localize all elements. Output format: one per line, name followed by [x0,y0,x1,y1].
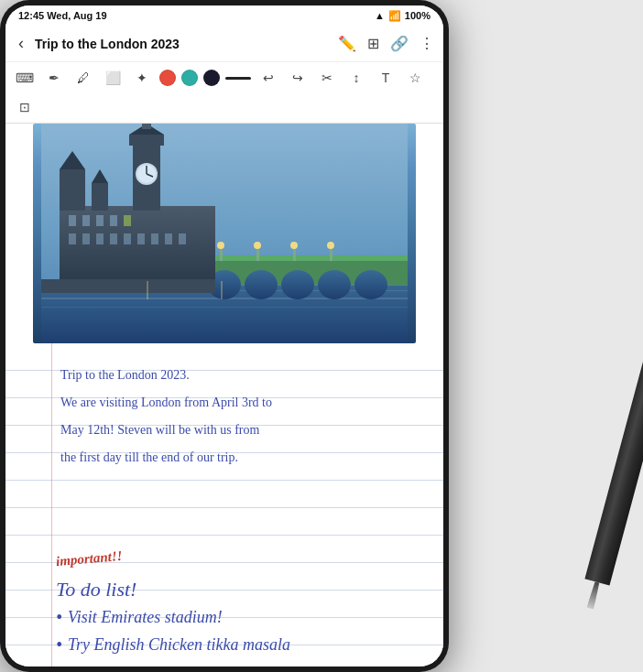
svg-rect-48 [41,279,215,293]
svg-point-20 [327,242,334,249]
svg-rect-47 [142,124,151,129]
note-line-2: We are visiting London from April 3rd to [60,389,429,417]
svg-rect-45 [129,135,164,146]
stylus-body [585,269,643,585]
todo-item-1: • Visit Emirates stadium! [56,603,429,631]
status-time: 12:45 Wed, Aug 19 [18,10,107,21]
edit-icon[interactable]: ✏️ [338,35,356,52]
svg-rect-32 [137,233,145,244]
grid-icon[interactable]: ⊞ [367,35,379,52]
svg-point-19 [290,242,298,249]
status-bar: 12:45 Wed, Aug 19 ▲ 📶 100% [5,5,443,26]
color-dark[interactable] [203,70,220,86]
svg-point-10 [318,270,351,299]
svg-point-9 [281,270,314,299]
battery-label: 100% [405,10,430,21]
tablet-screen: 12:45 Wed, Aug 19 ▲ 📶 100% ‹ Trip to the… [5,5,443,667]
svg-rect-5 [41,307,408,308]
svg-rect-23 [82,215,90,226]
svg-point-17 [217,242,224,249]
svg-rect-49 [147,281,148,299]
bullet-2: • [56,631,62,658]
handwritten-section: important!! To do list! • Visit Emirates… [5,536,443,658]
note-line-3: May 12th! Steven will be with us from [60,417,429,444]
tablet-body: 12:45 Wed, Aug 19 ▲ 📶 100% ‹ Trip to the… [0,0,449,672]
shape-tool[interactable]: ✦ [130,66,154,90]
redo-button[interactable]: ↪ [286,66,310,90]
svg-rect-34 [165,233,172,244]
note-text-block: Trip to the London 2023. We are visiting… [5,352,443,536]
svg-rect-28 [82,233,90,244]
svg-rect-12 [197,255,408,261]
undo-button[interactable]: ↩ [256,66,280,90]
svg-rect-36 [60,169,85,211]
note-line-4: the first day till the end of our trip. [60,444,429,471]
note-line-5 [60,471,429,499]
wifi-icon: ▲ [375,10,385,21]
lined-paper: Trip to the London 2023. We are visiting… [5,343,443,667]
lasso-tool[interactable]: ✂ [315,66,339,90]
stylus [582,254,643,596]
text-tool[interactable]: T [374,66,398,90]
stylus-tip [586,581,600,610]
pen-tool[interactable]: ✒ [42,66,66,90]
keyboard-tool[interactable]: ⌨ [13,66,37,90]
svg-rect-30 [110,233,117,244]
color-teal[interactable] [181,70,198,86]
svg-rect-29 [96,233,104,244]
svg-rect-22 [69,215,76,226]
page-title: Trip to the London 2023 [35,37,331,51]
london-image [33,124,416,343]
todo-item-2: • Try English Chicken tikka masala [56,631,429,658]
move-tool[interactable]: ↕ [344,66,368,90]
link-icon[interactable]: 🔗 [390,35,409,52]
status-right: ▲ 📶 100% [375,10,430,22]
todo-text-2: Try English Chicken tikka masala [68,631,290,658]
todo-text-1: Visit Emirates stadium! [68,603,223,631]
svg-rect-25 [110,215,117,226]
top-bar-icons: ✏️ ⊞ 🔗 ⋮ [338,35,434,52]
note-line-6 [60,499,429,526]
svg-rect-26 [124,215,131,226]
tablet-wrapper: 12:45 Wed, Aug 19 ▲ 📶 100% ‹ Trip to the… [0,0,643,672]
note-content: Trip to the London 2023. We are visiting… [5,124,443,667]
signal-icon: 📶 [388,10,401,22]
back-button[interactable]: ‹ [15,34,27,53]
svg-rect-24 [96,215,104,226]
crop-tool[interactable]: ⊡ [13,95,37,119]
color-red[interactable] [159,70,176,86]
eraser-tool[interactable]: ⬜ [101,66,125,90]
svg-rect-27 [69,233,76,244]
top-bar: ‹ Trip to the London 2023 ✏️ ⊞ 🔗 ⋮ [5,26,443,62]
more-icon[interactable]: ⋮ [420,35,434,52]
toolbar: ⌨ ✒ 🖊 ⬜ ✦ ↩ ↪ ✂ ↕ T ☆ ⊡ [5,62,443,124]
highlighter-tool[interactable]: 🖊 [71,66,95,90]
stamp-tool[interactable]: ☆ [403,66,427,90]
todo-title: To do list! [56,576,429,603]
line-thickness[interactable] [225,77,251,80]
svg-rect-35 [179,233,186,244]
important-label: important!! [55,542,124,575]
svg-point-8 [245,270,278,299]
london-scene-svg [33,124,416,343]
svg-rect-33 [151,233,158,244]
svg-rect-50 [221,281,223,299]
svg-point-11 [354,270,387,299]
note-line-1: Trip to the London 2023. [60,362,429,389]
svg-point-18 [254,242,261,249]
svg-rect-38 [92,183,108,211]
bullet-1: • [56,603,62,631]
svg-rect-31 [124,233,131,244]
